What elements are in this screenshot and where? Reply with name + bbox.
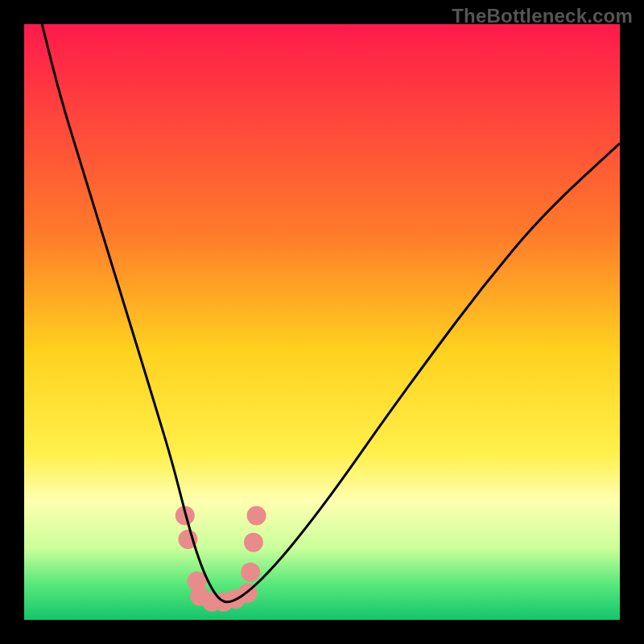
highlight-dot [244,533,263,552]
highlight-dot [241,563,260,582]
app-frame: TheBottleneck.com [0,0,644,644]
bottleneck-chart [24,24,620,620]
highlight-dot [247,506,266,526]
chart-container [24,24,620,620]
chart-background [24,24,620,620]
